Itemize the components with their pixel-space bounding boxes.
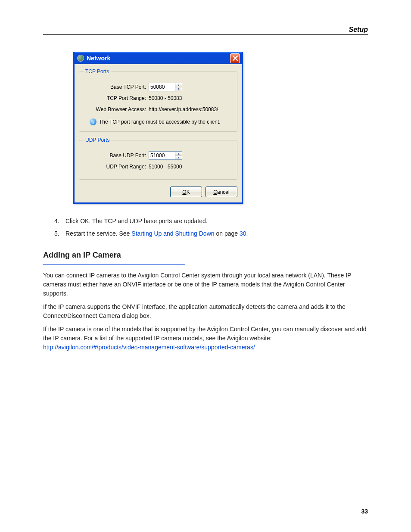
page-footer: 33 xyxy=(43,506,368,515)
network-dialog: Network TCP Ports Base TCP Port: xyxy=(73,52,243,204)
step-5: 5. Restart the service. See Starting Up … xyxy=(54,229,368,238)
step-4-text: Click OK. The TCP and UDP base ports are… xyxy=(65,217,368,226)
base-udp-port-spinner[interactable]: ▲ ▼ xyxy=(149,151,182,160)
spinner-up-icon[interactable]: ▲ xyxy=(175,83,182,87)
base-udp-port-input[interactable] xyxy=(149,151,175,160)
paragraph-3: If the IP camera is one of the models th… xyxy=(43,325,368,352)
xref-link[interactable]: Starting Up and Shutting Down xyxy=(131,230,214,237)
udp-legend: UDP Ports xyxy=(84,137,111,143)
udp-ports-group: UDP Ports Base UDP Port: ▲ ▼ UDP Port xyxy=(79,137,237,180)
section-heading: Adding an IP Camera xyxy=(43,249,368,261)
spinner-down-icon[interactable]: ▼ xyxy=(175,87,182,91)
udp-port-range-value: 51000 - 55000 xyxy=(149,164,182,170)
tcp-legend: TCP Ports xyxy=(84,68,111,75)
paragraph-2: If the IP camera supports the ONVIF inte… xyxy=(43,302,368,320)
tcp-port-range-value: 50080 - 50083 xyxy=(149,95,182,101)
paragraph-1: You can connect IP cameras to the Avigil… xyxy=(43,271,368,298)
base-tcp-port-label: Base TCP Port: xyxy=(84,84,149,90)
cancel-button[interactable]: Cancel xyxy=(206,187,237,197)
section-rule xyxy=(43,264,185,265)
step-5-text: Restart the service. See Starting Up and… xyxy=(65,229,368,238)
close-icon xyxy=(233,56,238,61)
close-button[interactable] xyxy=(230,53,240,63)
spinner-down-icon[interactable]: ▼ xyxy=(175,156,182,160)
base-tcp-port-spinner[interactable]: ▲ ▼ xyxy=(149,83,182,91)
tcp-info-line: i The TCP port range must be accessible … xyxy=(90,118,233,125)
info-icon: i xyxy=(90,118,97,125)
spinner-up-icon[interactable]: ▲ xyxy=(175,152,182,156)
web-browser-access-label: Web Browser Access: xyxy=(84,106,149,112)
document-body: 4. Click OK. The TCP and UDP base ports … xyxy=(43,217,368,352)
tcp-info-text: The TCP port range must be accessible by… xyxy=(99,119,221,125)
web-browser-access-value: http://server.ip.address:50083/ xyxy=(149,106,218,112)
xref-page[interactable]: 30 xyxy=(240,230,246,237)
header-section-title: Setup xyxy=(349,26,368,34)
ok-button[interactable]: OK xyxy=(170,187,202,197)
base-udp-port-label: Base UDP Port: xyxy=(84,152,149,159)
dialog-title: Network xyxy=(87,55,110,62)
step-4: 4. Click OK. The TCP and UDP base ports … xyxy=(54,217,368,226)
dialog-titlebar[interactable]: Network xyxy=(75,52,242,64)
step-5-number: 5. xyxy=(54,229,65,238)
udp-port-range-label: UDP Port Range: xyxy=(84,164,149,170)
base-tcp-port-input[interactable] xyxy=(149,83,175,91)
page-header: Setup xyxy=(43,26,368,35)
step-4-number: 4. xyxy=(54,217,65,226)
tcp-port-range-label: TCP Port Range: xyxy=(84,95,149,101)
app-icon xyxy=(77,55,84,62)
page-number: 33 xyxy=(43,508,368,515)
tcp-ports-group: TCP Ports Base TCP Port: ▲ ▼ TCP Port xyxy=(79,68,237,132)
external-link[interactable]: http://avigilon.com/#/products/video-man… xyxy=(43,344,255,351)
